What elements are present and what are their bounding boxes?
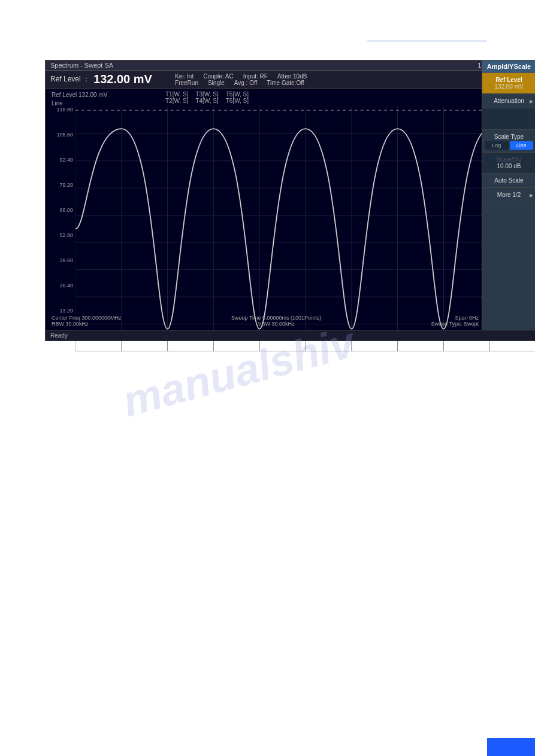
marker-t5: T5[W, S] xyxy=(226,91,249,98)
main-content: Ref Level 132.00 mV Line T1[W, S] T3[W, … xyxy=(46,89,535,338)
ref-level-btn-value: 132.00 mV xyxy=(483,83,534,90)
y-label-4: 79.20 xyxy=(59,182,73,188)
status-row-2: FreeRun Single Avg : Off Time Gate:Off xyxy=(175,80,531,86)
y-axis: 118.80 105.60 92.40 79.20 66.00 52.80 39… xyxy=(46,107,75,314)
y-label-5: 66.00 xyxy=(59,207,73,213)
markers-row2: T2[W, S] T4[W, S] T6[W, S] xyxy=(165,98,249,104)
scale-div-value: 10.00 dB xyxy=(483,163,534,169)
markers-row1: T1[W, S] T3[W, S] T5[W, S] xyxy=(165,91,249,98)
empty-button xyxy=(482,108,535,130)
ref-level-value: 132.00 mV xyxy=(93,72,165,86)
scale-type-label: Scale Type xyxy=(483,133,534,140)
scale-type-line-button[interactable]: Line xyxy=(510,141,534,150)
more-button[interactable]: More 1/2 ▶ xyxy=(482,188,535,202)
y-label-3: 92.40 xyxy=(59,157,73,163)
chart-area: Ref Level 132.00 mV Line T1[W, S] T3[W, … xyxy=(46,89,535,338)
status-atten: Atten:10dB xyxy=(277,73,307,80)
bottom-right: Span 0Hz Sweep Type: Swept xyxy=(431,315,479,327)
marker-t6: T6[W, S] xyxy=(226,98,249,104)
ref-level-button[interactable]: Ref Level 132.00 mV xyxy=(482,73,535,94)
ref-level-label: Ref Level ： xyxy=(50,74,90,84)
auto-scale-button[interactable]: Auto Scale xyxy=(482,174,535,188)
attenuation-arrow-icon: ▶ xyxy=(530,98,533,104)
attenuation-button[interactable]: Attenuation ▶ xyxy=(482,94,535,108)
blue-box xyxy=(487,738,535,756)
bottom-center: Sweep Time 5.00000ms (1001Points) VBW 30… xyxy=(231,315,321,327)
y-label-7: 39.60 xyxy=(59,257,73,263)
status-bar: Ready xyxy=(46,330,535,341)
top-line xyxy=(367,41,487,41)
right-panel: Ampld/YScale Ref Level 132.00 mV Attenua… xyxy=(482,60,535,341)
more-arrow-icon: ▶ xyxy=(530,192,533,198)
y-label-1: 118.80 xyxy=(56,107,73,113)
status-text: Ready xyxy=(50,332,68,339)
marker-t2: T2[W, S] xyxy=(165,98,188,104)
status-timegate: Time Gate:Off xyxy=(267,80,304,86)
instrument-title: Spectrum - Swept SA xyxy=(50,62,113,69)
scale-div-label: Scale/Div xyxy=(483,156,534,163)
status-kei: Kei: Int xyxy=(175,73,194,80)
rpanel-title[interactable]: Ampld/YScale xyxy=(482,60,535,73)
auto-scale-label: Auto Scale xyxy=(494,177,523,184)
status-row-1: Kei: Int Couple: AC Input: RF Atten:10dB xyxy=(175,73,531,80)
more-label: More 1/2 xyxy=(497,192,521,198)
bottom-info: Center Freq 300.000000MHz RBW 30.00kHz S… xyxy=(52,315,479,327)
ref-level-line-label: Ref Level 132.00 mV xyxy=(52,91,107,99)
bottom-left: Center Freq 300.000000MHz RBW 30.00kHz xyxy=(52,315,122,327)
y-label-6: 52.80 xyxy=(59,232,73,238)
instrument-panel: Spectrum - Swept SA 17:18:35 2016/7/6 Re… xyxy=(45,60,535,341)
status-input: Input: RF xyxy=(243,73,268,80)
title-bar: Spectrum - Swept SA 17:18:35 2016/7/6 xyxy=(46,60,535,71)
marker-t3: T3[W, S] xyxy=(195,91,218,98)
status-avg: Avg : Off xyxy=(234,80,258,86)
status-couple: Couple: AC xyxy=(203,73,234,80)
status-freerun: FreeRun xyxy=(175,80,198,86)
chart-markers: T1[W, S] T3[W, S] T5[W, S] T2[W, S] T4[W… xyxy=(165,91,249,104)
chart-top-labels: Ref Level 132.00 mV Line xyxy=(52,91,107,108)
scale-type-button[interactable]: Scale Type Log Line xyxy=(482,130,535,153)
y-label-9: 13.20 xyxy=(59,308,73,314)
y-label-2: 105.60 xyxy=(56,132,73,138)
marker-t1: T1[W, S] xyxy=(165,91,188,98)
scale-type-row: Log Line xyxy=(483,141,534,150)
scale-div-button[interactable]: Scale/Div 10.00 dB xyxy=(482,153,535,174)
y-label-8: 26.40 xyxy=(59,283,73,289)
status-items: Kei: Int Couple: AC Input: RF Atten:10dB… xyxy=(175,73,531,86)
ref-level-btn-label: Ref Level xyxy=(483,77,534,83)
scale-type-log-button[interactable]: Log xyxy=(485,141,509,150)
control-bar: Ref Level ： 132.00 mV Kei: Int Couple: A… xyxy=(46,71,535,89)
marker-t4: T4[W, S] xyxy=(195,98,218,104)
status-single: Single xyxy=(208,80,225,86)
attenuation-label: Attenuation xyxy=(494,98,524,104)
